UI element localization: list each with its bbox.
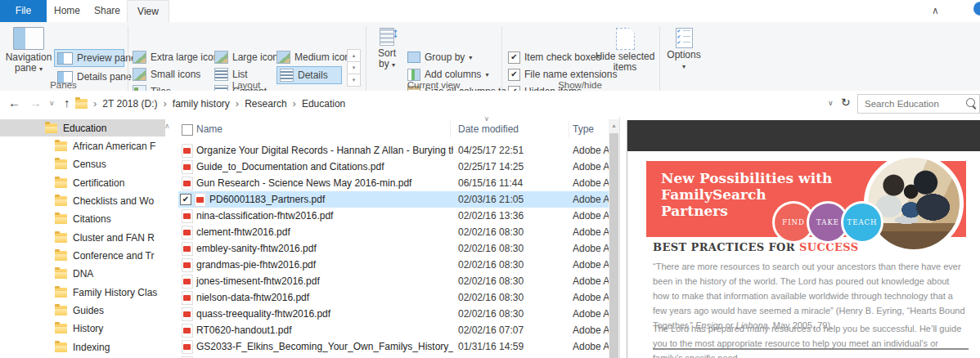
- recent-locations-icon[interactable]: ∨: [49, 99, 55, 107]
- sidebar-item[interactable]: Conference and Tr: [0, 247, 164, 265]
- folder-icon: [55, 324, 67, 333]
- sidebar-item[interactable]: Census: [0, 155, 164, 173]
- column-divider[interactable]: [569, 121, 569, 137]
- select-all-checkbox[interactable]: [182, 124, 193, 136]
- folder-icon: [55, 178, 67, 188]
- forward-icon[interactable]: →: [29, 96, 42, 110]
- tab-home[interactable]: Home: [47, 0, 88, 22]
- column-headers: Name ∨ Date modified Type: [178, 117, 609, 141]
- sidebar-item[interactable]: History: [0, 320, 164, 338]
- sidebar-item-education[interactable]: Education: [0, 119, 165, 136]
- search-icon[interactable]: [966, 98, 975, 107]
- breadcrumb-education[interactable]: Education: [302, 98, 345, 110]
- file-row[interactable]: Organize Your Digital Records - Hannah Z…: [178, 142, 609, 159]
- breadcrumb-family-history[interactable]: family history: [173, 98, 230, 110]
- file-row[interactable]: clement-fhtw2016.pdf02/02/16 08:30Adobe …: [178, 224, 609, 240]
- list-icon: [214, 68, 228, 81]
- sidebar-item[interactable]: Family History Clas: [0, 284, 164, 302]
- file-row[interactable]: nina-classification-fhtw2016.pdf02/02/16…: [178, 208, 609, 224]
- teach-circle: TEACH: [841, 201, 883, 244]
- checkbox-checked-icon: ✔: [508, 69, 520, 81]
- options-button[interactable]: Options ▾: [664, 27, 704, 72]
- sidebar-item-label: Education: [63, 123, 106, 134]
- collapse-ribbon-icon[interactable]: ∧: [932, 5, 939, 16]
- file-row[interactable]: quass-treequality-fhtw2016.pdf02/02/16 0…: [178, 306, 609, 322]
- file-row[interactable]: Guide_to_Documentation and Citations.pdf…: [178, 159, 609, 175]
- file-row[interactable]: GS2033-F_Elkins_Becoming_Your_Own_Family…: [178, 338, 609, 355]
- file-row[interactable]: grandmas-pie-fhtw2016.pdf02/02/16 08:30A…: [178, 257, 609, 273]
- layout-medium-icons[interactable]: Medium icons: [276, 49, 355, 65]
- address-dropdown-icon[interactable]: ∨: [828, 99, 834, 107]
- sidebar-item[interactable]: Certification: [0, 174, 164, 192]
- pdf-file-icon: [182, 307, 193, 321]
- file-row[interactable]: GS2789-F_Evans_WhosThat_and_How_Am_I_Rel…: [178, 355, 609, 358]
- folder-icon: [55, 141, 67, 151]
- sidebar-scroll-up-icon[interactable]: ∧: [164, 122, 170, 130]
- sidebar-item[interactable]: Cluster and FAN R: [0, 229, 164, 247]
- hide-selected-items-button[interactable]: Hide selected items: [594, 27, 656, 73]
- folder-icon: [55, 269, 67, 279]
- sort-descending-icon: ∨: [484, 115, 489, 123]
- breadcrumb-drive[interactable]: 2T 2018 (D:): [102, 98, 157, 110]
- column-divider[interactable]: [450, 121, 451, 137]
- file-row[interactable]: RT0620-handout1.pdf02/02/16 07:07Adobe A…: [178, 322, 609, 338]
- sidebar-item[interactable]: Indexing: [0, 338, 164, 356]
- sidebar-item[interactable]: Guides: [0, 302, 164, 320]
- file-row[interactable]: nielson-data-fhtw2016.pdf02/02/16 08:30A…: [178, 289, 609, 306]
- layout-extra-large-icons[interactable]: Extra large icons: [133, 49, 223, 65]
- scrollbar-up-icon[interactable]: ▴: [609, 119, 619, 132]
- sidebar-item[interactable]: Citations: [0, 210, 164, 228]
- navigation-pane-button[interactable]: Navigation pane ▾: [5, 27, 52, 74]
- scrollbar-thumb[interactable]: [609, 133, 618, 358]
- address-bar: ← → ∨ ↑ › 2T 2018 (D:) › family history …: [0, 91, 980, 118]
- pdf-file-icon: [182, 177, 193, 190]
- file-row[interactable]: jones-timesent-fhtw2016.pdf02/02/16 08:3…: [178, 273, 609, 289]
- group-by-button[interactable]: Group by▾: [407, 49, 472, 65]
- dropdown-icon: ▾: [39, 65, 43, 73]
- file-row-selected[interactable]: ✔PD60001183_Partners.pdf02/03/16 21:05Ad…: [178, 191, 609, 208]
- panes-group-label: Panes: [0, 80, 127, 90]
- tab-file[interactable]: File: [0, 0, 47, 22]
- file-row[interactable]: Gun Research - Science News May 2016-min…: [178, 175, 609, 191]
- preview-pane-icon: [57, 52, 73, 65]
- gallery-scroll-up-icon[interactable]: ▴: [347, 49, 361, 62]
- show-hide-group-label: Show/hide: [501, 80, 659, 90]
- item-check-boxes-checkbox[interactable]: ✔ Item check boxes: [508, 49, 600, 65]
- tab-view[interactable]: View: [127, 0, 169, 22]
- crumb-separator-icon: ›: [93, 97, 97, 110]
- folder-icon: [55, 233, 67, 243]
- tab-share[interactable]: Share: [88, 0, 127, 22]
- sort-by-button[interactable]: ↕ Sort by ▾: [372, 27, 402, 70]
- column-header-name[interactable]: Name: [196, 123, 223, 135]
- preview-pane: New Possibilities with FamilySearch Part…: [619, 117, 980, 358]
- file-list-scrollbar[interactable]: ▴: [609, 119, 619, 358]
- search-box: [857, 94, 980, 114]
- breadcrumb-research[interactable]: Research: [245, 98, 286, 110]
- sort-updown-icon: ↕: [392, 28, 399, 38]
- ribbon-tab-bar: File Home Share View: [0, 0, 980, 23]
- sidebar-item[interactable]: African American F: [0, 137, 164, 155]
- preview-pane-button[interactable]: Preview pane: [54, 49, 124, 67]
- search-input[interactable]: [858, 95, 979, 113]
- up-icon[interactable]: ↑: [64, 96, 70, 110]
- folder-icon: [55, 288, 67, 298]
- sidebar-item[interactable]: DNA: [0, 265, 164, 283]
- ribbon: Navigation pane ▾ Preview pane Details p…: [0, 22, 980, 92]
- layout-large-icons[interactable]: Large icons: [214, 49, 283, 65]
- folder-icon: [55, 342, 67, 352]
- column-header-type[interactable]: Type: [573, 123, 594, 135]
- column-header-date-modified[interactable]: Date modified: [458, 123, 519, 135]
- row-checkbox-checked[interactable]: ✔: [180, 194, 191, 205]
- checkbox-checked-icon: ✔: [508, 51, 520, 64]
- navigation-pane-icon: [13, 27, 44, 50]
- folder-icon: [55, 214, 67, 224]
- refresh-icon[interactable]: ↻: [841, 96, 851, 109]
- breadcrumb: › 2T 2018 (D:) › family history › Resear…: [75, 91, 345, 116]
- crumb-separator-icon: ›: [236, 97, 239, 110]
- file-row[interactable]: embley-sanity-fhtw2016.pdf02/02/16 08:30…: [178, 240, 609, 257]
- gallery-scroll-down-icon[interactable]: ▾: [347, 61, 361, 74]
- options-icon: [676, 28, 693, 48]
- folder-icon: [75, 99, 88, 109]
- back-icon[interactable]: ←: [8, 96, 20, 110]
- sidebar-item[interactable]: Checklists and Wo: [0, 192, 164, 210]
